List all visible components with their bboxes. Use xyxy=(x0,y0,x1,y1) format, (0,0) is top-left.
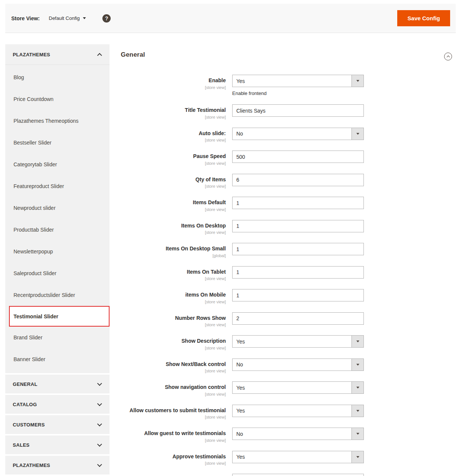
dropdown-arrow-button[interactable] xyxy=(351,382,363,393)
dropdown-arrow-button[interactable] xyxy=(351,75,363,87)
sidebar-section-collapsed[interactable]: CATALOG xyxy=(5,395,110,414)
sidebar-item[interactable]: Blog xyxy=(5,66,110,88)
sidebar-item[interactable]: Recentproductslider Slider xyxy=(5,284,110,306)
sidebar-item[interactable]: Banner Slider xyxy=(5,348,110,370)
sidebar-section-collapsed[interactable]: CUSTOMERS xyxy=(5,415,110,434)
field-scope-label: [store view] xyxy=(121,322,226,327)
sidebar-item[interactable]: Bestseller Slider xyxy=(5,132,110,154)
sidebar-item[interactable]: Producttab Slider xyxy=(5,219,110,241)
chevron-down-icon xyxy=(97,401,102,406)
sidebar-section-collapsed[interactable]: PLAZATHEMES xyxy=(5,456,110,474)
select-dropdown[interactable]: Yes xyxy=(232,381,364,394)
sidebar-item[interactable]: Newsletterpopup xyxy=(5,241,110,262)
dropdown-arrow-button[interactable] xyxy=(351,405,363,417)
field-label: Show navigation control xyxy=(121,384,226,391)
config-field-row: Items On Tablet [store view] xyxy=(121,266,461,281)
sidebar-item-label: Newsletterpopup xyxy=(14,249,53,255)
select-dropdown[interactable]: No xyxy=(232,359,364,371)
sidebar-item[interactable]: Plazathemes Themeoptions xyxy=(5,110,110,132)
sidebar-item-label: Recentproductslider Slider xyxy=(14,292,75,298)
config-field-row: Items Default [store view] xyxy=(121,197,461,212)
field-scope-label: [store view] xyxy=(121,230,226,235)
sidebar-collapsed-sections: GENERAL CATALOG CUSTOMERS SALES PLAZATHE… xyxy=(5,375,110,474)
chevron-down-icon xyxy=(97,442,102,447)
dropdown-arrow-icon xyxy=(356,387,359,389)
sidebar-item-label: Newproduct slider xyxy=(14,205,56,211)
field-scope-label: [store view] xyxy=(121,138,226,142)
save-config-button[interactable]: Save Config xyxy=(397,10,450,26)
field-control-column xyxy=(232,243,364,258)
text-input[interactable] xyxy=(232,266,364,279)
store-view-switcher[interactable]: Default Config xyxy=(49,15,86,21)
sidebar-item-label: Blog xyxy=(14,74,24,80)
select-dropdown[interactable]: Yes xyxy=(232,405,364,417)
sidebar-item[interactable]: Price Countdown xyxy=(5,88,110,110)
field-label-column: items On Mobile [store view] xyxy=(121,289,226,304)
sidebar-section-title: GENERAL xyxy=(13,381,38,387)
sidebar-item[interactable]: Newproduct slider xyxy=(5,197,110,219)
field-label-column: Testimonials Per Page [global] xyxy=(121,474,226,476)
field-label-column: Qty of Items [store view] xyxy=(121,174,226,189)
text-input[interactable] xyxy=(232,151,364,163)
field-label: Show Description xyxy=(121,338,226,345)
field-control-column xyxy=(232,174,364,189)
sidebar-section-collapsed[interactable]: SALES xyxy=(5,435,110,454)
field-scope-label: [store view] xyxy=(121,300,226,304)
dropdown-arrow-button[interactable] xyxy=(351,359,363,371)
dropdown-arrow-button[interactable] xyxy=(351,428,363,440)
config-field-row: Auto slide: [store view] No xyxy=(121,128,461,143)
select-dropdown[interactable]: Yes xyxy=(232,335,364,348)
collapse-section-button[interactable] xyxy=(444,53,452,60)
text-input[interactable] xyxy=(232,174,364,186)
config-main-panel: General Enable [store view] Yes Enable f… xyxy=(110,44,461,476)
sidebar-section-title: PLAZATHEMES xyxy=(13,462,50,468)
sidebar-item[interactable]: Brand Slider xyxy=(5,327,110,348)
text-input[interactable] xyxy=(232,220,364,232)
dropdown-arrow-icon xyxy=(356,340,359,342)
text-input[interactable] xyxy=(232,474,364,476)
field-label-column: Approve testimonials [store view] xyxy=(121,451,226,466)
sidebar-item-active[interactable]: Testimonial Slider xyxy=(9,306,110,327)
dropdown-arrow-button[interactable] xyxy=(351,336,363,347)
field-scope-label: [store view] xyxy=(121,461,226,465)
field-label-column: Show navigation control [store view] xyxy=(121,381,226,396)
config-field-row: Qty of Items [store view] xyxy=(121,174,461,189)
select-dropdown[interactable]: Yes xyxy=(232,451,364,463)
field-control-column: No xyxy=(232,359,364,374)
sidebar-item-label: Price Countdown xyxy=(14,96,54,102)
field-label: Number Rows Show xyxy=(121,315,226,322)
field-label-column: Allow guest to write testimonials [store… xyxy=(121,428,226,443)
chevron-up-icon xyxy=(97,53,102,58)
dropdown-arrow-button[interactable] xyxy=(351,451,363,463)
select-dropdown[interactable]: Yes xyxy=(232,75,364,87)
sidebar-section-collapsed[interactable]: GENERAL xyxy=(5,375,110,393)
help-icon[interactable]: ? xyxy=(102,14,111,23)
field-label-column: Items Default [store view] xyxy=(121,197,226,212)
text-input[interactable] xyxy=(232,243,364,255)
sidebar-item[interactable]: Featureproduct Slider xyxy=(5,175,110,197)
select-value: Yes xyxy=(233,385,245,391)
field-control-column xyxy=(232,266,364,281)
config-field-row: Testimonials Per Page [global] xyxy=(121,474,461,476)
select-dropdown[interactable]: No xyxy=(232,428,364,440)
dropdown-arrow-icon xyxy=(356,364,359,366)
sidebar-section-title: CUSTOMERS xyxy=(13,422,45,428)
select-value: Yes xyxy=(233,454,245,460)
sidebar-section-title: SALES xyxy=(13,442,30,448)
field-label: items On Mobile xyxy=(121,292,226,298)
field-control-column xyxy=(232,197,364,212)
text-input[interactable] xyxy=(232,197,364,209)
field-label: Items Default xyxy=(121,199,226,206)
chevron-down-icon xyxy=(97,381,102,386)
text-input[interactable] xyxy=(232,312,364,325)
sidebar-section-plazathemes-expanded[interactable]: PLAZATHEMES xyxy=(5,44,110,65)
field-control-column xyxy=(232,151,364,166)
select-dropdown[interactable]: No xyxy=(232,128,364,140)
select-value: No xyxy=(233,362,243,368)
text-input[interactable] xyxy=(232,289,364,301)
sidebar-item[interactable]: Saleproduct Slider xyxy=(5,262,110,284)
text-input[interactable] xyxy=(232,104,364,117)
dropdown-arrow-button[interactable] xyxy=(351,128,363,140)
sidebar-item[interactable]: Categorytab Slider xyxy=(5,154,110,175)
field-control-column: Yes xyxy=(232,335,364,350)
